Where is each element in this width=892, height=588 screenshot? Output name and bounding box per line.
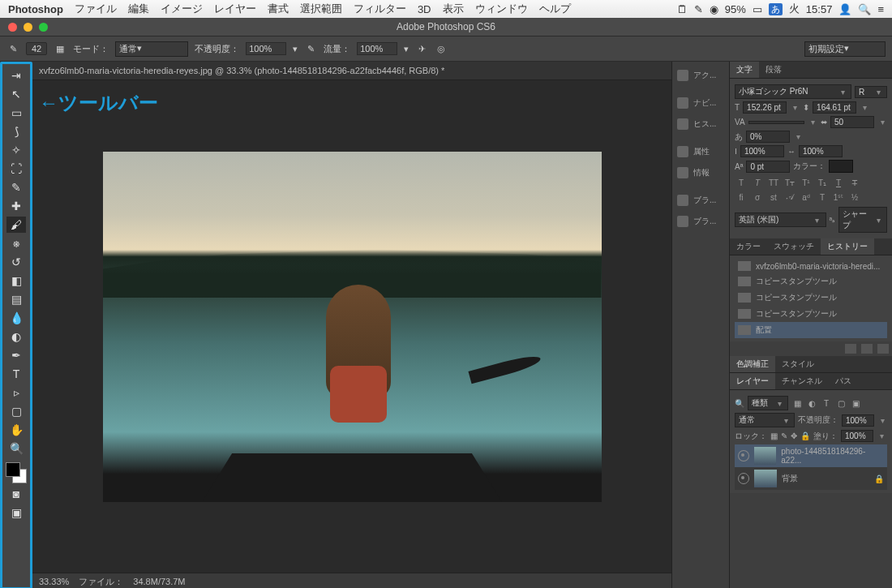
history-item[interactable]: コピースタンプツール <box>735 290 887 306</box>
layer-name[interactable]: photo-1448518184296-a22... <box>781 447 884 465</box>
tab-swatches[interactable]: スウォッチ <box>767 238 821 255</box>
pressure-size-icon[interactable]: ◎ <box>435 42 448 55</box>
hand-tool[interactable]: ✋ <box>6 422 26 438</box>
tab-layers[interactable]: レイヤー <box>730 373 775 389</box>
antialias-select[interactable]: シャープ▾ <box>838 207 887 233</box>
discretionary-button[interactable]: 1ˢᵗ <box>832 191 845 203</box>
superscript-button[interactable]: T¹ <box>800 177 813 188</box>
menu-select[interactable]: 選択範囲 <box>300 2 342 16</box>
tab-color[interactable]: カラー <box>730 238 767 255</box>
blur-tool[interactable]: 💧 <box>6 310 26 326</box>
strike-button[interactable]: T̶ <box>848 177 861 188</box>
filter-shape-icon[interactable]: ▢ <box>835 399 847 408</box>
opacity-dropdown-icon[interactable]: ▾ <box>293 44 298 54</box>
canvas[interactable]: ←ツールバー <box>32 80 671 573</box>
tab-character[interactable]: 文字 <box>730 62 759 78</box>
eraser-tool[interactable]: ◧ <box>6 273 26 289</box>
shape-tool[interactable]: ▢ <box>6 403 26 419</box>
menu-window[interactable]: ウィンドウ <box>475 2 528 16</box>
history-brush-tool[interactable]: ↺ <box>6 254 26 270</box>
panel-brush[interactable]: ブラ... <box>672 190 729 211</box>
panel-info[interactable]: 情報 <box>672 162 729 183</box>
font-size-field[interactable]: 152.26 pt <box>743 101 787 114</box>
oldstyle-button[interactable]: σ <box>751 191 764 203</box>
history-item[interactable]: コピースタンプツール <box>735 306 887 322</box>
font-style-select[interactable]: R▾ <box>855 86 887 98</box>
menu-image[interactable]: イメージ <box>161 2 203 16</box>
spotlight-icon[interactable]: 🔍 <box>858 3 871 15</box>
menu-layer[interactable]: レイヤー <box>214 2 256 16</box>
italic-button[interactable]: T <box>751 177 764 188</box>
filter-smart-icon[interactable]: ▣ <box>850 399 861 408</box>
history-item[interactable]: 配置 <box>735 322 887 338</box>
tracking-field[interactable]: 50 <box>830 116 874 128</box>
history-item[interactable]: コピースタンプツール <box>735 273 887 290</box>
layer-row[interactable]: 背景🔒 <box>735 467 887 490</box>
crop-tool[interactable]: ⛶ <box>6 161 26 177</box>
stylistic-button[interactable]: st <box>767 191 780 203</box>
path-select-tool[interactable]: ▹ <box>6 384 26 401</box>
fractions-button[interactable]: T <box>816 191 829 203</box>
gradient-tool[interactable]: ▤ <box>6 291 26 307</box>
tab-history[interactable]: ヒストリー <box>821 238 874 255</box>
panel-properties[interactable]: 属性 <box>672 141 729 162</box>
ordinals-button[interactable]: aᵈ <box>800 191 813 203</box>
menu-extra-icon[interactable]: ≡ <box>877 3 884 15</box>
zoom-status[interactable]: 33.33% <box>39 577 69 586</box>
tab-paths[interactable]: パス <box>829 373 858 389</box>
panel-actions[interactable]: アク... <box>672 65 729 86</box>
hscale-field[interactable]: 100% <box>799 145 843 157</box>
collapse-handle-icon[interactable]: ⇥ <box>6 67 26 84</box>
panel-navigator[interactable]: ナビ... <box>672 92 729 114</box>
menu-filter[interactable]: フィルター <box>354 2 406 16</box>
dodge-tool[interactable]: ◐ <box>6 328 26 345</box>
filter-icon[interactable]: 🔍 <box>735 399 744 408</box>
text-color-swatch[interactable] <box>829 160 853 173</box>
user-icon[interactable]: 👤 <box>838 3 851 15</box>
menu-view[interactable]: 表示 <box>443 2 464 16</box>
foreground-color-swatch[interactable] <box>6 462 20 477</box>
new-snapshot-icon[interactable] <box>845 344 856 354</box>
healing-brush-tool[interactable]: ✚ <box>6 198 26 214</box>
layer-row[interactable]: photo-1448518184296-a22... <box>735 444 887 467</box>
swash-button[interactable]: 𝒜 <box>783 191 796 203</box>
layer-filter-select[interactable]: 種類▾ <box>748 396 788 410</box>
marquee-tool[interactable]: ▭ <box>6 105 26 121</box>
subscript-button[interactable]: T₁ <box>816 177 829 188</box>
allcaps-button[interactable]: TT <box>767 177 780 188</box>
kerning-field[interactable] <box>748 121 804 124</box>
layer-thumbnail[interactable] <box>754 470 777 487</box>
menu-help[interactable]: ヘルプ <box>539 2 571 16</box>
blend-mode-select[interactable]: 通常▾ <box>115 41 188 57</box>
vscale-field[interactable]: 100% <box>740 145 784 157</box>
color-swatches[interactable] <box>6 462 27 483</box>
flow-field[interactable] <box>357 42 397 55</box>
lock-pixels-icon[interactable]: ✎ <box>781 431 787 440</box>
quick-mask-tool[interactable]: ◙ <box>6 486 26 502</box>
language-select[interactable]: 英語 (米国)▾ <box>735 212 826 227</box>
baseline-field[interactable]: 0 pt <box>746 161 790 173</box>
eyedropper-tool[interactable]: ✎ <box>6 179 26 195</box>
titling-button[interactable]: ½ <box>848 191 861 203</box>
leading-field[interactable]: 164.61 pt <box>813 101 856 114</box>
layer-name[interactable]: 背景 <box>782 473 798 484</box>
lock-transparency-icon[interactable]: ▦ <box>770 431 778 440</box>
tab-paragraph[interactable]: 段落 <box>759 62 788 78</box>
lasso-tool[interactable]: ⟆ <box>6 123 26 139</box>
fill-field[interactable]: 100% <box>841 430 873 442</box>
ligatures-button[interactable]: fi <box>735 191 748 203</box>
trash-icon[interactable] <box>877 344 889 354</box>
document-tab[interactable]: xvfzo6lmb0-maria-victoria-heredia-reyes.… <box>32 62 671 80</box>
new-document-icon[interactable] <box>861 344 873 354</box>
move-tool[interactable]: ↖ <box>6 86 26 102</box>
layer-opacity-field[interactable]: 100% <box>842 414 874 427</box>
lock-position-icon[interactable]: ✥ <box>791 431 797 440</box>
filter-adjust-icon[interactable]: ◐ <box>806 399 817 408</box>
menu-type[interactable]: 書式 <box>268 2 289 16</box>
history-snapshot[interactable]: xvfzo6lmb0-maria-victoria-heredi... <box>735 259 887 273</box>
pen-tool[interactable]: ✒ <box>6 347 26 363</box>
clone-stamp-tool[interactable]: ⎈ <box>6 235 26 251</box>
ime-indicator[interactable]: あ <box>769 3 783 15</box>
opacity-field[interactable] <box>246 42 286 55</box>
pressure-opacity-icon[interactable]: ✎ <box>304 42 317 55</box>
